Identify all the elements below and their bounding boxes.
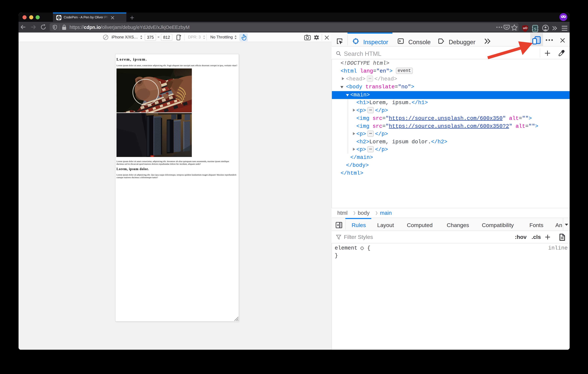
svg-text:S: S: [534, 27, 536, 32]
svg-text:uO: uO: [523, 26, 527, 30]
